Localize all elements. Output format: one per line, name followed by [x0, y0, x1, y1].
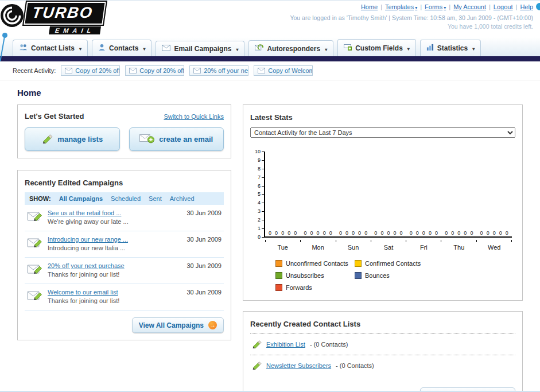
chevron-down-icon [471, 44, 475, 52]
logo-swirl-icon [0, 3, 24, 30]
tab-email-campaigns[interactable]: Email Campaigns [156, 41, 244, 56]
campaign-subtitle: We're giving away our late ... [48, 218, 129, 225]
legend-item: Unconfirmed Contacts [275, 260, 355, 267]
turbo-email-logo: TURBO EMAIL [0, 2, 104, 34]
recent-activity-item[interactable]: Copy of 20% off yc [125, 65, 184, 76]
recently-edited-campaigns-panel: Recently Edited Campaigns SHOW: All Camp… [17, 170, 231, 340]
chart-plot-area: 00000000000000000000000000000000000 [264, 152, 512, 238]
recent-activity-item[interactable]: Copy of 20% off yc [61, 65, 120, 76]
filter-all-campaigns[interactable]: All Campaigns [59, 195, 103, 202]
chevron-down-icon [406, 44, 410, 52]
tab-label: Autoresponders [267, 45, 320, 53]
switch-quick-links-link[interactable]: Switch to Quick Links [164, 113, 224, 120]
legend-swatch [275, 260, 282, 267]
campaign-filter-bar: SHOW: All Campaigns Scheduled Sent Archi… [25, 192, 224, 205]
campaign-envelope-pencil-icon [27, 262, 43, 278]
divider [378, 3, 385, 10]
campaign-title-link[interactable]: 20% off your next purchase [48, 262, 125, 269]
nav-templates[interactable]: Templates [385, 3, 417, 10]
filter-sent[interactable]: Sent [149, 195, 162, 202]
divider [513, 3, 520, 10]
legend-item: Forwards [275, 284, 355, 291]
tab-label: Contacts [109, 44, 138, 52]
campaign-date: 30 Jun 2009 [187, 262, 222, 269]
contact-list-link[interactable]: Newsletter Subscribers [266, 362, 331, 369]
campaign-row: Welcome to our email list Thanks for joi… [25, 284, 224, 311]
nav-my-account[interactable]: My Account [453, 3, 486, 10]
nav-forms-label: Forms [425, 3, 442, 10]
envelope-icon [258, 68, 265, 73]
recent-activity-item[interactable]: 20% off your next [189, 65, 248, 76]
nav-home[interactable]: Home [361, 3, 378, 10]
campaign-envelope-pencil-icon [27, 236, 43, 252]
email-campaigns-icon [162, 45, 170, 53]
tab-statistics[interactable]: Statistics [420, 40, 481, 56]
campaign-title-link[interactable]: See us at the retail food ... [48, 209, 129, 216]
contact-list-count: - (0 Contacts) [336, 362, 374, 369]
campaign-envelope-pencil-icon [27, 289, 43, 305]
legend-swatch [275, 284, 282, 291]
contact-list-row: Newsletter Subscribers - (0 Contacts) [250, 355, 515, 376]
chevron-down-icon [235, 45, 238, 53]
chevron-down-icon [142, 44, 145, 52]
stats-period-select[interactable]: Contact Activity for the Last 7 Days [250, 127, 515, 138]
legend-item: Confirmed Contacts [355, 260, 434, 267]
recent-activity-item[interactable]: Copy of Welcome tc [254, 65, 313, 76]
nav-forms[interactable]: Forms [425, 3, 446, 10]
recent-activity-text: 20% off your next [204, 67, 248, 74]
contact-lists-icon [19, 44, 28, 53]
latest-stats-panel: Latest Stats Contact Activity for the La… [243, 104, 523, 301]
legend-item: Unsubscribes [275, 272, 355, 279]
chart-legend: Unconfirmed ContactsConfirmed ContactsUn… [275, 260, 512, 291]
tab-custom-fields[interactable]: Custom Fields [337, 39, 416, 56]
campaign-date: 30 Jun 2009 [187, 236, 222, 243]
divider [417, 3, 425, 10]
campaign-subtitle: Introducing our new Italia ... [48, 244, 128, 251]
recent-activity-bar: Recent Activity: Copy of 20% off yc Copy… [0, 61, 540, 80]
contact-list-count: - (0 Contacts) [310, 341, 348, 348]
logo-text: TURBO EMAIL [25, 2, 104, 34]
legend-swatch [275, 272, 282, 279]
recent-activity-text: Copy of 20% off yc [139, 67, 184, 74]
filter-scheduled[interactable]: Scheduled [111, 195, 141, 202]
left-column: Let's Get Started Switch to Quick Links … [17, 104, 231, 340]
legend-swatch [355, 272, 362, 279]
top-nav: HomeTemplatesFormsMy AccountLogoutHelp [290, 3, 533, 11]
tab-autoresponders[interactable]: Autoresponders [248, 40, 333, 56]
chevron-down-icon [324, 45, 327, 53]
nav-logout[interactable]: Logout [494, 3, 513, 10]
main-columns: Let's Get Started Switch to Quick Links … [0, 104, 540, 392]
nav-help[interactable]: Help [520, 3, 533, 10]
tab-label: Custom Fields [355, 44, 403, 52]
arrow-right-icon [208, 321, 217, 329]
campaign-date: 30 Jun 2009 [187, 209, 222, 216]
nav-templates-label: Templates [385, 3, 414, 10]
show-label: SHOW: [29, 195, 51, 202]
header: TURBO EMAIL HomeTemplatesFormsMy Account… [0, 1, 540, 37]
campaign-row: See us at the retail food ... We're givi… [25, 205, 224, 231]
pencil-icon [251, 339, 262, 350]
campaign-title-link[interactable]: Welcome to our email list [48, 289, 119, 296]
legend-label: Unconfirmed Contacts [286, 260, 348, 267]
recent-activity-text: Copy of Welcome tc [268, 67, 313, 74]
autoresponders-icon [255, 44, 263, 53]
pencil-icon [251, 360, 262, 371]
manage-lists-button[interactable]: manage lists [25, 127, 120, 151]
view-all-campaigns-label: View All Campaigns [139, 321, 204, 329]
create-email-button[interactable]: create an email [129, 127, 224, 151]
main-nav-tabs: Contact Lists Contacts Email Campaigns A… [0, 37, 540, 56]
pencil-icon [41, 133, 53, 145]
divider [446, 3, 453, 10]
campaigns-panel-title: Recently Edited Campaigns [25, 178, 123, 187]
envelope-icon [129, 68, 137, 73]
y-axis: 109876543210 [251, 149, 264, 240]
tab-contact-lists[interactable]: Contact Lists [13, 40, 88, 56]
legend-label: Forwards [286, 284, 312, 291]
filter-archived[interactable]: Archived [170, 195, 195, 202]
contact-list-link[interactable]: Exhibition List [266, 341, 305, 348]
tab-contacts[interactable]: Contacts [92, 40, 151, 56]
view-all-campaigns-button[interactable]: View All Campaigns [132, 317, 224, 333]
campaign-title-link[interactable]: Introducing our new range ... [48, 236, 128, 243]
logo-subtitle: EMAIL [49, 26, 101, 34]
legend-item: Bounces [355, 272, 434, 279]
